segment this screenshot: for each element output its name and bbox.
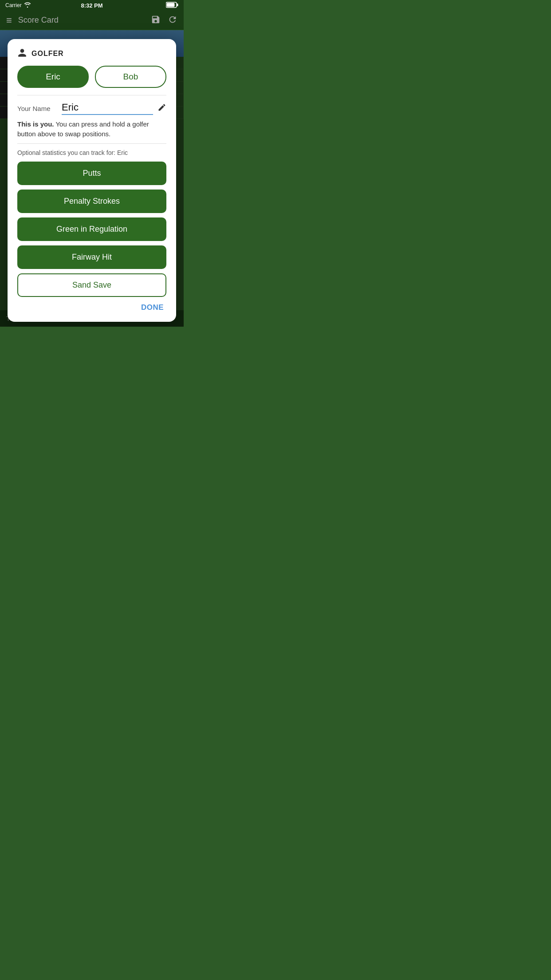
name-value: Eric	[62, 102, 153, 115]
stat-button-putts[interactable]: Putts	[17, 162, 166, 185]
modal-footer: DONE	[17, 301, 166, 314]
status-right	[166, 2, 178, 9]
optional-label-golfer: Eric	[117, 149, 128, 156]
golfer-header: GOLFER	[17, 48, 166, 59]
done-button[interactable]: DONE	[138, 301, 166, 314]
carrier-label: Carrier	[5, 2, 22, 8]
stat-button-penalty-strokes[interactable]: Penalty Strokes	[17, 190, 166, 213]
refresh-icon[interactable]	[168, 15, 177, 26]
golfer-person-icon	[17, 48, 27, 59]
toolbar-actions	[151, 15, 177, 26]
stat-button-fairway-hit[interactable]: Fairway Hit	[17, 245, 166, 269]
status-time: 8:32 PM	[81, 2, 102, 9]
stat-button-green-in-regulation[interactable]: Green in Regulation	[17, 217, 166, 241]
edit-name-icon[interactable]	[157, 103, 166, 114]
battery-icon	[166, 2, 178, 9]
name-label: Your Name	[17, 105, 57, 112]
name-row: Your Name Eric	[17, 102, 166, 115]
menu-icon[interactable]: ≡	[6, 15, 12, 26]
golfer-section-label: GOLFER	[31, 50, 64, 58]
golfer-button-bob[interactable]: Bob	[95, 66, 166, 88]
divider-2	[17, 143, 166, 144]
status-bar: Carrier 8:32 PM	[0, 0, 184, 11]
golfer-selection-row: Eric Bob	[17, 66, 166, 88]
wifi-icon	[24, 2, 31, 9]
svg-rect-1	[177, 4, 178, 6]
golfer-button-eric[interactable]: Eric	[17, 66, 89, 88]
optional-stats-label: Optional statistics you can track for: E…	[17, 149, 166, 156]
info-bold: This is you.	[17, 120, 54, 128]
modal-overlay: GOLFER Eric Bob Your Name Eric This is y…	[0, 30, 184, 327]
toolbar: ≡ Score Card	[0, 11, 184, 30]
toolbar-title: Score Card	[18, 16, 59, 25]
stat-button-sand-save[interactable]: Sand Save	[17, 273, 166, 297]
modal-dialog: GOLFER Eric Bob Your Name Eric This is y…	[8, 39, 176, 322]
divider-1	[17, 95, 166, 95]
info-text: This is you. You can press and hold a go…	[17, 119, 166, 139]
save-icon[interactable]	[151, 15, 161, 26]
svg-rect-2	[167, 3, 175, 7]
status-left: Carrier	[5, 2, 31, 9]
optional-label-prefix: Optional statistics you can track for:	[17, 149, 117, 156]
